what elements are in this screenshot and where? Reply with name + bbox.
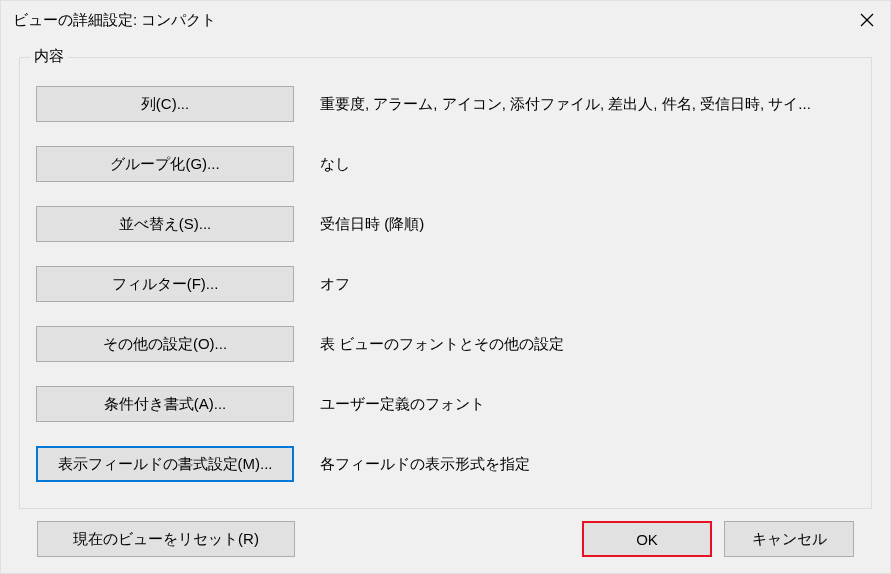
- groupbox-legend: 内容: [30, 47, 68, 66]
- columns-button[interactable]: 列(C)...: [36, 86, 294, 122]
- reset-view-button[interactable]: 現在のビューをリセット(R): [37, 521, 295, 557]
- group-by-button[interactable]: グループ化(G)...: [36, 146, 294, 182]
- row-filter: フィルター(F)... オフ: [36, 266, 855, 302]
- row-format-columns: 表示フィールドの書式設定(M)... 各フィールドの表示形式を指定: [36, 446, 855, 482]
- sort-button[interactable]: 並べ替え(S)...: [36, 206, 294, 242]
- other-settings-desc: 表 ビューのフォントとその他の設定: [320, 335, 855, 354]
- row-columns: 列(C)... 重要度, アラーム, アイコン, 添付ファイル, 差出人, 件名…: [36, 86, 855, 122]
- cancel-button[interactable]: キャンセル: [724, 521, 854, 557]
- description-groupbox: 内容 列(C)... 重要度, アラーム, アイコン, 添付ファイル, 差出人,…: [19, 57, 872, 509]
- filter-desc: オフ: [320, 275, 855, 294]
- close-icon: [860, 13, 874, 27]
- conditional-formatting-desc: ユーザー定義のフォント: [320, 395, 855, 414]
- dialog-content: 内容 列(C)... 重要度, アラーム, アイコン, 添付ファイル, 差出人,…: [1, 39, 890, 573]
- row-group-by: グループ化(G)... なし: [36, 146, 855, 182]
- advanced-view-settings-dialog: ビューの詳細設定: コンパクト 内容 列(C)... 重要度, アラーム, アイ…: [0, 0, 891, 574]
- bottom-bar: 現在のビューをリセット(R) OK キャンセル: [19, 509, 872, 573]
- row-sort: 並べ替え(S)... 受信日時 (降順): [36, 206, 855, 242]
- other-settings-button[interactable]: その他の設定(O)...: [36, 326, 294, 362]
- conditional-formatting-button[interactable]: 条件付き書式(A)...: [36, 386, 294, 422]
- ok-button[interactable]: OK: [582, 521, 712, 557]
- filter-button[interactable]: フィルター(F)...: [36, 266, 294, 302]
- close-button[interactable]: [844, 1, 890, 39]
- row-other-settings: その他の設定(O)... 表 ビューのフォントとその他の設定: [36, 326, 855, 362]
- group-by-desc: なし: [320, 155, 855, 174]
- row-conditional-formatting: 条件付き書式(A)... ユーザー定義のフォント: [36, 386, 855, 422]
- columns-desc: 重要度, アラーム, アイコン, 添付ファイル, 差出人, 件名, 受信日時, …: [320, 95, 855, 114]
- dialog-title: ビューの詳細設定: コンパクト: [13, 11, 216, 30]
- sort-desc: 受信日時 (降順): [320, 215, 855, 234]
- format-columns-desc: 各フィールドの表示形式を指定: [320, 455, 855, 474]
- titlebar: ビューの詳細設定: コンパクト: [1, 1, 890, 39]
- format-columns-button[interactable]: 表示フィールドの書式設定(M)...: [36, 446, 294, 482]
